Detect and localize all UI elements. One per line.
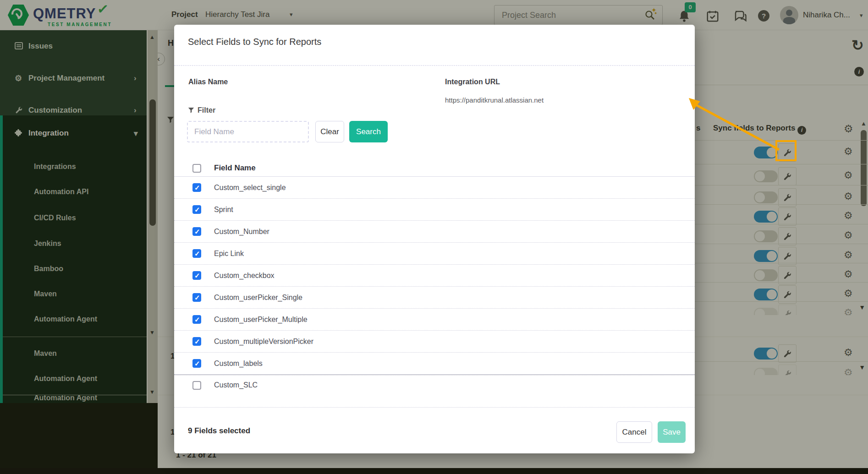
field-checkbox[interactable] [192,183,201,192]
save-button[interactable]: Save [658,421,686,443]
field-name: Custom_labels [214,360,263,368]
field-checkbox[interactable] [192,227,201,236]
table-header-row: Field Name [174,160,695,177]
select-fields-modal: Select Fields to Sync for Reports Alias … [174,25,695,453]
field-row[interactable]: Custom_checkbox [174,265,695,287]
app-window: QMETRY ✓ TEST MANAGEMENT Project Hierarc… [0,0,868,474]
select-all-checkbox[interactable] [192,164,201,173]
field-rows: Custom_select_single Sprint Custom_Numbe… [174,177,695,408]
field-checkbox[interactable] [192,205,201,214]
field-name: Custom_select_single [214,184,286,192]
field-checkbox[interactable] [192,337,201,346]
field-row[interactable]: Custom_Number [174,221,695,243]
field-row[interactable]: Custom_SLC [174,375,695,408]
field-name: Custom_userPicker_Multiple [214,316,308,324]
field-row[interactable]: Custom_labels [174,353,695,375]
field-row[interactable]: Sprint [174,199,695,221]
alias-name-label: Alias Name [188,78,228,86]
field-checkbox[interactable] [192,359,201,368]
field-checkbox[interactable] [192,293,201,302]
field-row[interactable]: Custom_select_single [174,177,695,199]
modal-title: Select Fields to Sync for Reports [188,37,321,47]
field-checkbox[interactable] [192,381,201,390]
field-name: Custom_checkbox [214,272,275,280]
cancel-button[interactable]: Cancel [616,421,652,443]
integration-url-label: Integration URL [445,78,500,86]
field-row[interactable]: Epic Link [174,243,695,265]
field-checkbox[interactable] [192,315,201,324]
field-name-column-header: Field Name [214,163,256,173]
field-name: Custom_multipleVersionPicker [214,338,313,346]
fields-selected-count: 9 Fields selected [188,426,250,436]
field-name-input[interactable] [187,121,309,142]
field-row[interactable]: Custom_userPicker_Multiple [174,309,695,331]
field-name: Epic Link [214,250,244,258]
funnel-icon [188,107,194,114]
clear-button[interactable]: Clear [315,121,344,142]
field-row[interactable]: Custom_multipleVersionPicker [174,331,695,353]
field-name: Custom_SLC [214,381,258,389]
integration-url-value: https://panditkrunal.atlassian.net [445,96,544,104]
filter-label: Filter [188,106,215,114]
field-name: Sprint [214,206,233,214]
field-checkbox[interactable] [192,249,201,258]
field-row[interactable]: Custom_userPicker_Single [174,287,695,309]
field-name: Custom_userPicker_Single [214,294,302,302]
search-button[interactable]: Search [349,121,388,142]
field-checkbox[interactable] [192,271,201,280]
field-name: Custom_Number [214,228,269,236]
divider [174,65,695,66]
